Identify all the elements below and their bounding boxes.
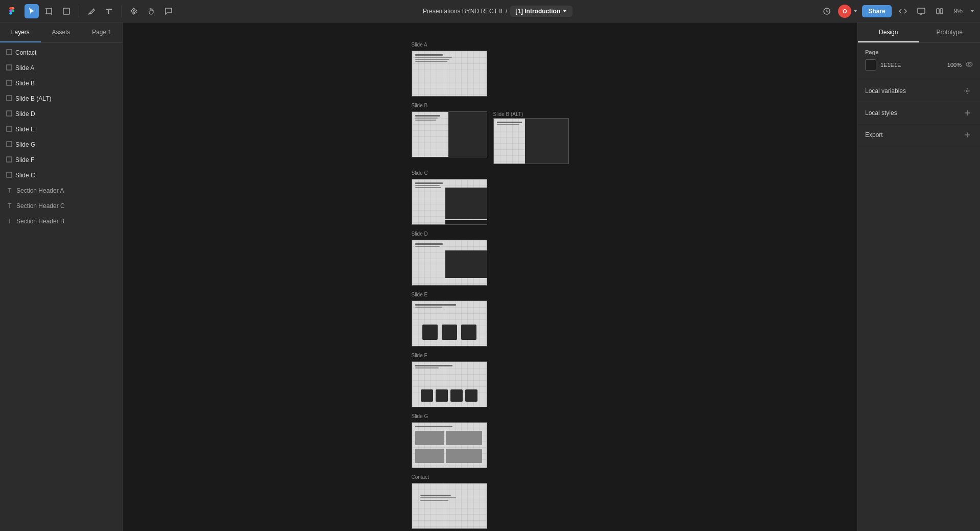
local-styles-add-button[interactable] (962, 107, 973, 119)
slide-g-grid (415, 431, 484, 465)
page-color-box[interactable] (865, 59, 876, 71)
slide-a-frame[interactable] (412, 51, 487, 97)
contact-frame[interactable] (412, 483, 487, 529)
figma-logo[interactable] (5, 4, 19, 18)
slide-d-item[interactable] (412, 240, 487, 286)
local-styles-section: Local styles (858, 102, 980, 124)
slide-g-frame[interactable] (412, 422, 487, 468)
text-icon: T (6, 187, 13, 194)
layers-tab[interactable]: Layers (0, 22, 41, 42)
slide-g-text (415, 426, 484, 427)
svg-rect-15 (7, 111, 12, 116)
layer-item-slide-b-alt[interactable]: Slide B (ALT) (0, 91, 122, 106)
slide-d-dark-block (445, 250, 487, 278)
path-separator: / (506, 8, 507, 15)
right-sidebar: Design Prototype Page 1E1E1E 100% Local … (857, 22, 980, 531)
local-variables-settings-icon[interactable] (962, 85, 973, 97)
slide-c-dark-block (445, 188, 487, 219)
slide-c-frame[interactable] (412, 179, 487, 225)
present-icon[interactable] (914, 4, 928, 18)
page-title-button[interactable]: [1] Introduction (510, 6, 572, 17)
slide-a-item[interactable] (412, 51, 487, 97)
avatar-group: O (838, 5, 858, 18)
layer-item-section-header-a[interactable]: T Section Header A (0, 183, 122, 198)
page-section: Page 1E1E1E 100% (858, 43, 980, 80)
slide-d-row (412, 240, 487, 286)
svg-point-20 (966, 62, 972, 66)
svg-point-22 (966, 90, 968, 92)
layer-item-slide-d[interactable]: Slide D (0, 106, 122, 122)
toolbar-center: Presentations BYND RECT II / [1] Introdu… (179, 6, 817, 17)
slide-c-item[interactable] (412, 179, 487, 225)
left-sidebar: Layers Assets Page 1 Contact (0, 22, 123, 531)
contact-item[interactable] (412, 483, 487, 529)
move-tool[interactable] (25, 4, 39, 18)
slide-b-text (415, 115, 443, 121)
shape-tool[interactable] (59, 4, 74, 18)
slide-b-label: Slide B (412, 103, 428, 108)
slide-f-frame[interactable] (412, 361, 487, 407)
share-button[interactable]: Share (862, 5, 891, 17)
component-tool[interactable] (127, 4, 141, 18)
svg-rect-17 (7, 142, 12, 147)
layer-item-slide-e[interactable]: Slide E (0, 122, 122, 137)
canvas-content: Slide A Slide B (412, 38, 569, 529)
code-icon[interactable] (896, 4, 910, 18)
export-add-button[interactable] (962, 129, 973, 141)
assets-tab[interactable]: Assets (41, 22, 82, 42)
svg-rect-10 (940, 9, 943, 14)
frame-icon (6, 172, 12, 179)
layer-name: Slide A (15, 64, 34, 72)
history-icon[interactable] (820, 4, 834, 18)
slide-b-dark-block (448, 112, 487, 157)
svg-rect-18 (7, 157, 12, 162)
layer-item-contact[interactable]: Contact (0, 45, 122, 60)
slide-c-row (412, 179, 487, 225)
layer-name: Contact (15, 49, 36, 56)
zoom-level[interactable]: 9% (951, 6, 966, 17)
hand-tool[interactable] (144, 4, 158, 18)
slide-b-item[interactable] (412, 111, 487, 157)
design-tab[interactable]: Design (858, 22, 919, 42)
layer-item-slide-b[interactable]: Slide B (0, 76, 122, 91)
slide-e-row (412, 301, 487, 347)
svg-rect-13 (7, 80, 12, 85)
svg-rect-11 (7, 50, 12, 55)
slide-d-frame[interactable] (412, 240, 487, 286)
page-tab[interactable]: Page 1 (81, 22, 122, 42)
layer-item-slide-c[interactable]: Slide C (0, 168, 122, 183)
prototype-tab[interactable]: Prototype (919, 22, 981, 42)
svg-rect-5 (63, 8, 69, 14)
slide-g-item[interactable] (412, 422, 487, 468)
layer-item-section-header-c[interactable]: T Section Header C (0, 198, 122, 214)
svg-rect-8 (918, 8, 925, 13)
slide-b-alt-item[interactable]: Slide B (ALT) (493, 111, 569, 164)
mirror-icon[interactable] (933, 4, 947, 18)
svg-rect-0 (46, 9, 52, 14)
layer-item-slide-a[interactable]: Slide A (0, 60, 122, 76)
local-styles-actions (962, 107, 973, 119)
slide-e-item[interactable] (412, 301, 487, 347)
text-tool[interactable] (102, 4, 116, 18)
layer-item-slide-f[interactable]: Slide F (0, 152, 122, 168)
comment-tool[interactable] (161, 4, 176, 18)
visibility-icon[interactable] (966, 61, 973, 70)
sidebar-tab-bar: Layers Assets Page 1 (0, 22, 122, 43)
slide-b-frame[interactable] (412, 111, 487, 157)
layer-name: Slide G (15, 141, 35, 148)
slide-b-alt-frame[interactable] (493, 118, 569, 164)
layer-name: Slide B (ALT) (15, 95, 51, 102)
slide-f-boxes (415, 389, 484, 402)
slide-e-frame[interactable] (412, 301, 487, 347)
export-actions (962, 129, 973, 141)
slide-e-text (415, 304, 484, 308)
layer-item-section-header-b[interactable]: T Section Header B (0, 214, 122, 229)
frame-tool[interactable] (42, 4, 56, 18)
slide-f-item[interactable] (412, 361, 487, 407)
pen-tool[interactable] (84, 4, 99, 18)
right-tab-bar: Design Prototype (858, 22, 980, 43)
layer-item-slide-g[interactable]: Slide G (0, 137, 122, 152)
frame-icon (6, 126, 12, 133)
canvas-area[interactable]: Slide A Slide B (123, 22, 857, 531)
frame-icon (6, 64, 12, 72)
